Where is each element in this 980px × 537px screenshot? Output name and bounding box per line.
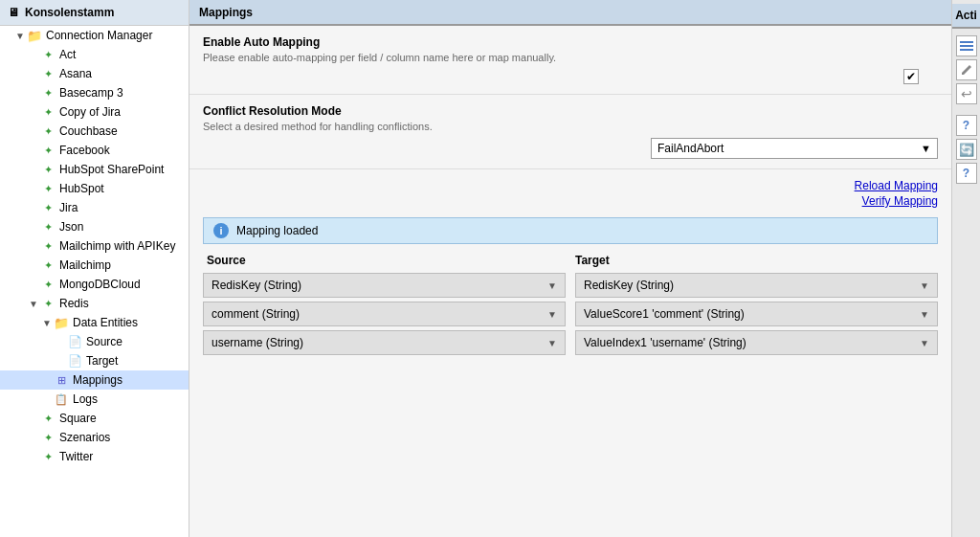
refresh-button[interactable]: 🔄: [956, 139, 977, 160]
verify-mapping-button[interactable]: Verify Mapping: [862, 194, 938, 208]
sidebar-item-source[interactable]: 📄 Source: [0, 332, 189, 351]
connection-icon: ✦: [40, 277, 56, 292]
sidebar-item-act[interactable]: ✦ Act: [0, 45, 189, 64]
sidebar-item-connection-manager[interactable]: ▼ 📁 Connection Manager: [0, 26, 189, 45]
sidebar-item-target[interactable]: 📄 Target: [0, 351, 189, 370]
sidebar-item-square[interactable]: ✦ Square: [0, 409, 189, 428]
sidebar-item-json[interactable]: ✦ Json: [0, 217, 189, 236]
connection-icon: ✦: [40, 104, 56, 120]
chevron-down-icon: ▼: [547, 280, 557, 291]
item-label: Szenarios: [59, 431, 110, 444]
sidebar-item-data-entities[interactable]: ▼ 📁 Data Entities: [0, 313, 189, 332]
sidebar-item-facebook[interactable]: ✦ Facebook: [0, 141, 189, 160]
folder-icon: 📁: [54, 315, 69, 330]
item-label: Asana: [59, 67, 92, 80]
item-label: Mailchimp with APIKey: [59, 239, 175, 253]
map-button[interactable]: [956, 35, 977, 56]
auto-mapping-checkbox[interactable]: ✔: [903, 69, 919, 84]
connection-manager-label: Connection Manager: [46, 29, 152, 42]
right-panel-header: Acti: [952, 4, 980, 29]
sidebar-item-mongodbcloud[interactable]: ✦ MongoDBCloud: [0, 275, 189, 294]
conflict-title: Conflict Resolution Mode: [203, 104, 938, 118]
item-label: HubSpot: [59, 182, 104, 195]
undo-button[interactable]: ↩: [956, 83, 977, 104]
conflict-dropdown[interactable]: FailAndAbort ▼: [651, 138, 938, 159]
target-value-1: RedisKey (String): [584, 279, 674, 292]
sidebar-item-logs[interactable]: 📋 Logs: [0, 390, 189, 409]
chevron-down-icon: ▼: [920, 309, 929, 320]
connection-icon: ✦: [40, 296, 56, 311]
source-value-3: username (String): [212, 336, 303, 349]
item-label: Couchbase: [59, 124, 118, 138]
source-icon: 📄: [67, 334, 82, 349]
item-label: Mailchimp: [59, 258, 111, 272]
help-button-2[interactable]: ?: [956, 163, 977, 184]
connection-icon: ✦: [40, 430, 56, 445]
actions-label: Acti: [955, 9, 977, 22]
auto-mapping-section: Enable Auto Mapping Please enable auto-m…: [189, 26, 951, 95]
reload-mapping-button[interactable]: Reload Mapping: [855, 179, 938, 192]
target-value-2: ValueScore1 'comment' (String): [584, 307, 745, 321]
item-label: Json: [59, 220, 83, 234]
item-label: Basecamp 3: [59, 86, 123, 100]
item-label: HubSpot SharePoint: [59, 163, 164, 176]
item-label: Copy of Jira: [59, 105, 121, 119]
sidebar-item-jira[interactable]: ✦ Jira: [0, 198, 189, 217]
arrow-icon: ▼: [42, 318, 54, 328]
sidebar-item-szenarios[interactable]: ✦ Szenarios: [0, 428, 189, 447]
svg-rect-0: [960, 41, 973, 43]
target-icon: 📄: [67, 353, 82, 369]
sidebar-item-couchbase[interactable]: ✦ Couchbase: [0, 122, 189, 141]
connection-icon: ✦: [40, 200, 56, 215]
target-dropdown-3[interactable]: ValueIndex1 'username' (String) ▼: [575, 330, 938, 355]
konsolenstamm-icon: 🖥: [8, 6, 19, 19]
item-label: MongoDBCloud: [59, 278, 141, 291]
help-button-1[interactable]: ?: [956, 115, 977, 136]
source-value-2: comment (String): [212, 307, 300, 321]
sidebar: 🖥 Konsolenstamm ▼ 📁 Connection Manager ✦…: [0, 0, 189, 537]
target-dropdown-2[interactable]: ValueScore1 'comment' (String) ▼: [575, 302, 938, 326]
sidebar-header: 🖥 Konsolenstamm: [0, 0, 189, 26]
source-label: Source: [207, 254, 246, 267]
sidebar-item-hubspot-sharepoint[interactable]: ✦ HubSpot SharePoint: [0, 160, 189, 179]
mapping-loaded-bar: i Mapping loaded: [203, 217, 938, 244]
sidebar-item-hubspot[interactable]: ✦ HubSpot: [0, 179, 189, 198]
sidebar-item-mappings[interactable]: ⊞ Mappings: [0, 370, 189, 390]
mapping-row-2: comment (String) ▼ ValueScore1 'comment'…: [203, 302, 938, 326]
sidebar-item-redis[interactable]: ▼ ✦ Redis: [0, 294, 189, 313]
item-label: Data Entities: [73, 316, 138, 329]
mapping-row-3: username (String) ▼ ValueIndex1 'usernam…: [203, 330, 938, 355]
source-dropdown-2[interactable]: comment (String) ▼: [203, 302, 566, 326]
connection-icon: ✦: [40, 143, 56, 158]
arrow-icon: ▼: [29, 299, 40, 309]
connection-icon: ✦: [40, 123, 56, 139]
svg-rect-2: [960, 49, 973, 51]
mapping-section: Reload Mapping Verify Mapping i Mapping …: [189, 169, 951, 369]
sidebar-item-twitter[interactable]: ✦ Twitter: [0, 447, 189, 466]
sidebar-item-copy-of-jira[interactable]: ✦ Copy of Jira: [0, 102, 189, 122]
sidebar-item-basecamp3[interactable]: ✦ Basecamp 3: [0, 83, 189, 102]
item-label: Source: [86, 335, 122, 348]
sidebar-item-mailchimp[interactable]: ✦ Mailchimp: [0, 256, 189, 275]
connection-icon: ✦: [40, 257, 56, 273]
chevron-down-icon: ▼: [920, 338, 929, 348]
conflict-desc: Select a desired method for handling con…: [203, 121, 938, 132]
source-dropdown-3[interactable]: username (String) ▼: [203, 330, 566, 355]
source-dropdown-1[interactable]: RedisKey (String) ▼: [203, 273, 566, 298]
question-icon-2: ?: [963, 167, 969, 180]
item-label: Twitter: [59, 450, 93, 463]
edit-button[interactable]: [956, 59, 977, 80]
target-dropdown-1[interactable]: RedisKey (String) ▼: [575, 273, 938, 298]
connection-icon: ✦: [40, 219, 56, 235]
item-label: Act: [59, 48, 76, 61]
target-column-label: Target: [575, 254, 934, 267]
conflict-section: Conflict Resolution Mode Select a desire…: [189, 95, 951, 169]
sidebar-item-asana[interactable]: ✦ Asana: [0, 64, 189, 83]
main-header: Mappings: [189, 0, 951, 26]
source-value-1: RedisKey (String): [212, 279, 301, 292]
sidebar-item-mailchimp-apikey[interactable]: ✦ Mailchimp with APIKey: [0, 236, 189, 256]
target-value-3: ValueIndex1 'username' (String): [584, 336, 746, 349]
connection-icon: ✦: [40, 47, 56, 62]
reload-verify-row: Reload Mapping Verify Mapping: [203, 179, 938, 210]
arrow-icon: ▼: [15, 31, 27, 41]
